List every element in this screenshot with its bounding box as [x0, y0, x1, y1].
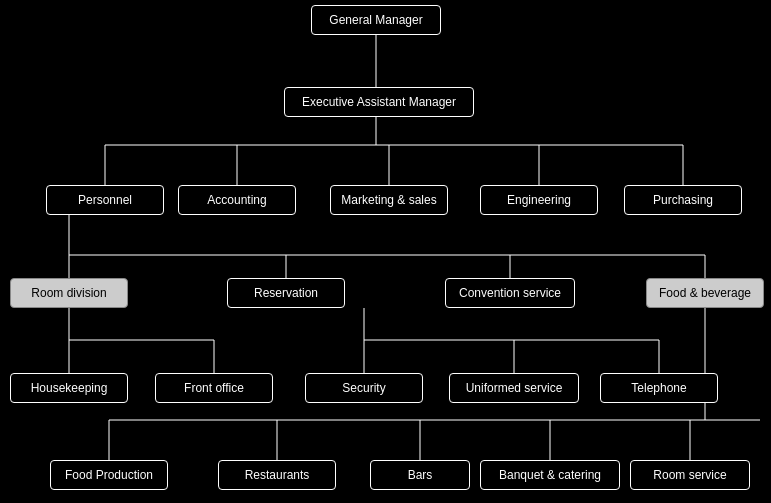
housekeeping-node: Housekeeping — [10, 373, 128, 403]
marketing-sales-node: Marketing & sales — [330, 185, 448, 215]
food-production-node: Food Production — [50, 460, 168, 490]
connector-lines — [0, 0, 771, 503]
front-office-node: Front office — [155, 373, 273, 403]
room-service-node: Room service — [630, 460, 750, 490]
reservation-node: Reservation — [227, 278, 345, 308]
engineering-node: Engineering — [480, 185, 598, 215]
purchasing-node: Purchasing — [624, 185, 742, 215]
food-beverage-node: Food & beverage — [646, 278, 764, 308]
convention-service-node: Convention service — [445, 278, 575, 308]
room-division-node: Room division — [10, 278, 128, 308]
general-manager-node: General Manager — [311, 5, 441, 35]
security-node: Security — [305, 373, 423, 403]
accounting-node: Accounting — [178, 185, 296, 215]
uniformed-service-node: Uniformed service — [449, 373, 579, 403]
personnel-node: Personnel — [46, 185, 164, 215]
executive-assistant-node: Executive Assistant Manager — [284, 87, 474, 117]
org-chart: General ManagerExecutive Assistant Manag… — [0, 0, 771, 503]
telephone-node: Telephone — [600, 373, 718, 403]
restaurants-node: Restaurants — [218, 460, 336, 490]
banquet-catering-node: Banquet & catering — [480, 460, 620, 490]
bars-node: Bars — [370, 460, 470, 490]
